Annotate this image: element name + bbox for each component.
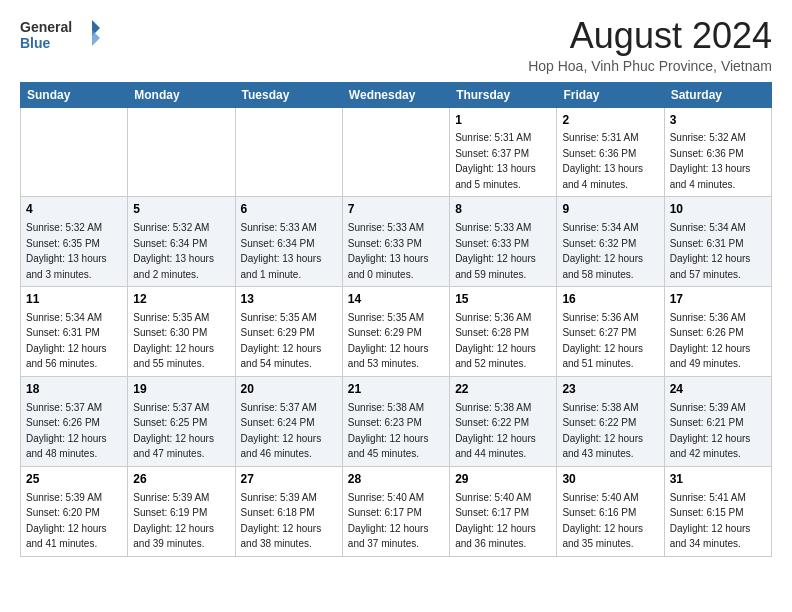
- day-number: 25: [26, 471, 122, 488]
- calendar-row: 11Sunrise: 5:34 AMSunset: 6:31 PMDayligh…: [21, 287, 772, 377]
- sub-title: Hop Hoa, Vinh Phuc Province, Vietnam: [528, 58, 772, 74]
- table-cell: 1Sunrise: 5:31 AMSunset: 6:37 PMDaylight…: [450, 107, 557, 197]
- day-info: Sunrise: 5:32 AMSunset: 6:35 PMDaylight:…: [26, 222, 107, 280]
- table-cell: [128, 107, 235, 197]
- table-cell: 14Sunrise: 5:35 AMSunset: 6:29 PMDayligh…: [342, 287, 449, 377]
- day-info: Sunrise: 5:40 AMSunset: 6:17 PMDaylight:…: [455, 492, 536, 550]
- table-cell: 30Sunrise: 5:40 AMSunset: 6:16 PMDayligh…: [557, 466, 664, 556]
- col-wednesday: Wednesday: [342, 82, 449, 107]
- day-info: Sunrise: 5:39 AMSunset: 6:20 PMDaylight:…: [26, 492, 107, 550]
- day-number: 14: [348, 291, 444, 308]
- table-cell: 28Sunrise: 5:40 AMSunset: 6:17 PMDayligh…: [342, 466, 449, 556]
- day-info: Sunrise: 5:37 AMSunset: 6:25 PMDaylight:…: [133, 402, 214, 460]
- calendar-table: Sunday Monday Tuesday Wednesday Thursday…: [20, 82, 772, 557]
- day-number: 19: [133, 381, 229, 398]
- col-tuesday: Tuesday: [235, 82, 342, 107]
- table-cell: 26Sunrise: 5:39 AMSunset: 6:19 PMDayligh…: [128, 466, 235, 556]
- calendar-body: 1Sunrise: 5:31 AMSunset: 6:37 PMDaylight…: [21, 107, 772, 556]
- day-info: Sunrise: 5:36 AMSunset: 6:26 PMDaylight:…: [670, 312, 751, 370]
- day-number: 3: [670, 112, 766, 129]
- day-number: 8: [455, 201, 551, 218]
- table-cell: 18Sunrise: 5:37 AMSunset: 6:26 PMDayligh…: [21, 376, 128, 466]
- day-number: 15: [455, 291, 551, 308]
- day-number: 24: [670, 381, 766, 398]
- day-number: 22: [455, 381, 551, 398]
- day-number: 5: [133, 201, 229, 218]
- table-cell: 19Sunrise: 5:37 AMSunset: 6:25 PMDayligh…: [128, 376, 235, 466]
- day-number: 23: [562, 381, 658, 398]
- day-info: Sunrise: 5:33 AMSunset: 6:34 PMDaylight:…: [241, 222, 322, 280]
- table-cell: 20Sunrise: 5:37 AMSunset: 6:24 PMDayligh…: [235, 376, 342, 466]
- calendar-row: 4Sunrise: 5:32 AMSunset: 6:35 PMDaylight…: [21, 197, 772, 287]
- day-number: 4: [26, 201, 122, 218]
- table-cell: 10Sunrise: 5:34 AMSunset: 6:31 PMDayligh…: [664, 197, 771, 287]
- day-info: Sunrise: 5:33 AMSunset: 6:33 PMDaylight:…: [348, 222, 429, 280]
- day-info: Sunrise: 5:32 AMSunset: 6:34 PMDaylight:…: [133, 222, 214, 280]
- day-info: Sunrise: 5:31 AMSunset: 6:37 PMDaylight:…: [455, 132, 536, 190]
- table-cell: 16Sunrise: 5:36 AMSunset: 6:27 PMDayligh…: [557, 287, 664, 377]
- day-info: Sunrise: 5:32 AMSunset: 6:36 PMDaylight:…: [670, 132, 751, 190]
- day-number: 20: [241, 381, 337, 398]
- day-info: Sunrise: 5:31 AMSunset: 6:36 PMDaylight:…: [562, 132, 643, 190]
- day-info: Sunrise: 5:36 AMSunset: 6:28 PMDaylight:…: [455, 312, 536, 370]
- day-number: 2: [562, 112, 658, 129]
- day-number: 21: [348, 381, 444, 398]
- day-info: Sunrise: 5:35 AMSunset: 6:29 PMDaylight:…: [241, 312, 322, 370]
- day-info: Sunrise: 5:39 AMSunset: 6:18 PMDaylight:…: [241, 492, 322, 550]
- table-cell: 13Sunrise: 5:35 AMSunset: 6:29 PMDayligh…: [235, 287, 342, 377]
- day-info: Sunrise: 5:40 AMSunset: 6:16 PMDaylight:…: [562, 492, 643, 550]
- day-info: Sunrise: 5:34 AMSunset: 6:32 PMDaylight:…: [562, 222, 643, 280]
- day-number: 28: [348, 471, 444, 488]
- col-thursday: Thursday: [450, 82, 557, 107]
- day-info: Sunrise: 5:41 AMSunset: 6:15 PMDaylight:…: [670, 492, 751, 550]
- day-number: 18: [26, 381, 122, 398]
- calendar-row: 18Sunrise: 5:37 AMSunset: 6:26 PMDayligh…: [21, 376, 772, 466]
- day-info: Sunrise: 5:39 AMSunset: 6:19 PMDaylight:…: [133, 492, 214, 550]
- calendar-row: 1Sunrise: 5:31 AMSunset: 6:37 PMDaylight…: [21, 107, 772, 197]
- table-cell: 29Sunrise: 5:40 AMSunset: 6:17 PMDayligh…: [450, 466, 557, 556]
- day-info: Sunrise: 5:35 AMSunset: 6:29 PMDaylight:…: [348, 312, 429, 370]
- svg-marker-3: [92, 30, 100, 46]
- day-number: 26: [133, 471, 229, 488]
- table-cell: 23Sunrise: 5:38 AMSunset: 6:22 PMDayligh…: [557, 376, 664, 466]
- table-cell: 22Sunrise: 5:38 AMSunset: 6:22 PMDayligh…: [450, 376, 557, 466]
- day-number: 30: [562, 471, 658, 488]
- day-info: Sunrise: 5:34 AMSunset: 6:31 PMDaylight:…: [26, 312, 107, 370]
- logo-svg: General Blue: [20, 16, 100, 52]
- table-cell: [21, 107, 128, 197]
- table-cell: 7Sunrise: 5:33 AMSunset: 6:33 PMDaylight…: [342, 197, 449, 287]
- day-info: Sunrise: 5:37 AMSunset: 6:26 PMDaylight:…: [26, 402, 107, 460]
- day-info: Sunrise: 5:38 AMSunset: 6:22 PMDaylight:…: [455, 402, 536, 460]
- header-row: Sunday Monday Tuesday Wednesday Thursday…: [21, 82, 772, 107]
- table-cell: 27Sunrise: 5:39 AMSunset: 6:18 PMDayligh…: [235, 466, 342, 556]
- day-info: Sunrise: 5:39 AMSunset: 6:21 PMDaylight:…: [670, 402, 751, 460]
- svg-text:General: General: [20, 19, 72, 35]
- table-cell: 4Sunrise: 5:32 AMSunset: 6:35 PMDaylight…: [21, 197, 128, 287]
- table-cell: 6Sunrise: 5:33 AMSunset: 6:34 PMDaylight…: [235, 197, 342, 287]
- main-title: August 2024: [528, 16, 772, 56]
- day-number: 31: [670, 471, 766, 488]
- day-number: 7: [348, 201, 444, 218]
- table-cell: 17Sunrise: 5:36 AMSunset: 6:26 PMDayligh…: [664, 287, 771, 377]
- table-cell: 2Sunrise: 5:31 AMSunset: 6:36 PMDaylight…: [557, 107, 664, 197]
- day-number: 13: [241, 291, 337, 308]
- day-info: Sunrise: 5:35 AMSunset: 6:30 PMDaylight:…: [133, 312, 214, 370]
- day-number: 10: [670, 201, 766, 218]
- logo: General Blue: [20, 16, 100, 52]
- day-info: Sunrise: 5:37 AMSunset: 6:24 PMDaylight:…: [241, 402, 322, 460]
- col-saturday: Saturday: [664, 82, 771, 107]
- table-cell: 5Sunrise: 5:32 AMSunset: 6:34 PMDaylight…: [128, 197, 235, 287]
- table-cell: 31Sunrise: 5:41 AMSunset: 6:15 PMDayligh…: [664, 466, 771, 556]
- page: General Blue August 2024 Hop Hoa, Vinh P…: [0, 0, 792, 573]
- table-cell: 21Sunrise: 5:38 AMSunset: 6:23 PMDayligh…: [342, 376, 449, 466]
- day-number: 29: [455, 471, 551, 488]
- day-number: 12: [133, 291, 229, 308]
- day-info: Sunrise: 5:38 AMSunset: 6:22 PMDaylight:…: [562, 402, 643, 460]
- table-cell: 15Sunrise: 5:36 AMSunset: 6:28 PMDayligh…: [450, 287, 557, 377]
- table-cell: 25Sunrise: 5:39 AMSunset: 6:20 PMDayligh…: [21, 466, 128, 556]
- col-sunday: Sunday: [21, 82, 128, 107]
- day-number: 9: [562, 201, 658, 218]
- col-monday: Monday: [128, 82, 235, 107]
- day-info: Sunrise: 5:33 AMSunset: 6:33 PMDaylight:…: [455, 222, 536, 280]
- day-number: 11: [26, 291, 122, 308]
